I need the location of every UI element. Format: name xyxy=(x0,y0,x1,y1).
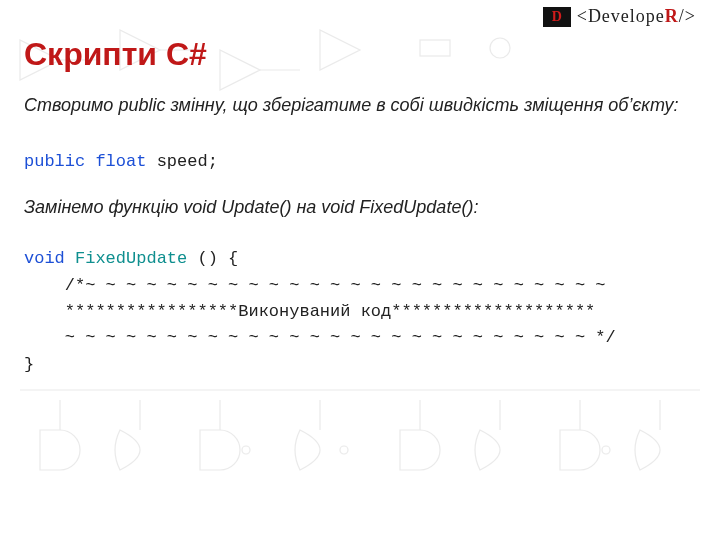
code-text: ~ ~ ~ ~ ~ ~ ~ ~ ~ ~ ~ ~ ~ ~ ~ ~ ~ ~ ~ ~ … xyxy=(24,328,616,347)
method-name: FixedUpdate xyxy=(75,249,187,268)
keyword-float: float xyxy=(95,152,146,171)
page-title: Скрипти С# xyxy=(24,36,686,73)
keyword-void: void xyxy=(24,249,65,268)
keyword-public: public xyxy=(24,152,85,171)
code-snippet-2: void FixedUpdate () { /*~ ~ ~ ~ ~ ~ ~ ~ … xyxy=(24,246,686,378)
intro-paragraph: Створимо public змінну, що зберігатиме в… xyxy=(24,87,686,123)
caption-text: Замінемо функцію void Update() на void F… xyxy=(24,197,686,218)
code-text: () { xyxy=(187,249,238,268)
code-text: /*~ ~ ~ ~ ~ ~ ~ ~ ~ ~ ~ ~ ~ ~ ~ ~ ~ ~ ~ … xyxy=(24,276,606,295)
code-snippet-1: public float speed; xyxy=(24,149,686,175)
code-text: speed; xyxy=(146,152,217,171)
code-text: *****************Виконуваний код********… xyxy=(24,302,595,321)
code-text: } xyxy=(24,355,34,374)
